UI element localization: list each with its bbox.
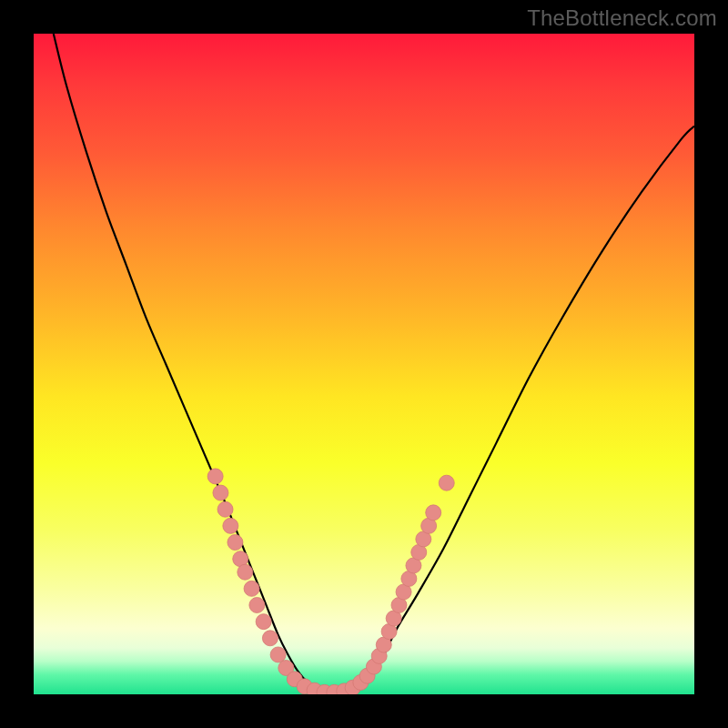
curve-marker	[238, 564, 253, 580]
curve-marker	[228, 535, 243, 551]
bottleneck-curve	[54, 34, 694, 693]
curve-marker	[270, 647, 286, 662]
chart-svg	[34, 34, 694, 694]
plot-area	[34, 34, 694, 694]
chart-frame: TheBottleneck.com	[0, 0, 728, 728]
curve-markers	[207, 469, 454, 694]
curve-marker	[262, 631, 278, 646]
curve-marker	[244, 581, 259, 596]
curve-marker	[217, 501, 233, 517]
curve-marker	[223, 518, 238, 533]
curve-marker	[213, 485, 228, 500]
curve-marker	[249, 597, 265, 612]
curve-marker	[439, 475, 454, 490]
watermark-text: TheBottleneck.com	[527, 5, 717, 31]
curve-marker	[256, 614, 271, 630]
curve-marker	[426, 505, 441, 521]
curve-marker	[207, 469, 223, 484]
